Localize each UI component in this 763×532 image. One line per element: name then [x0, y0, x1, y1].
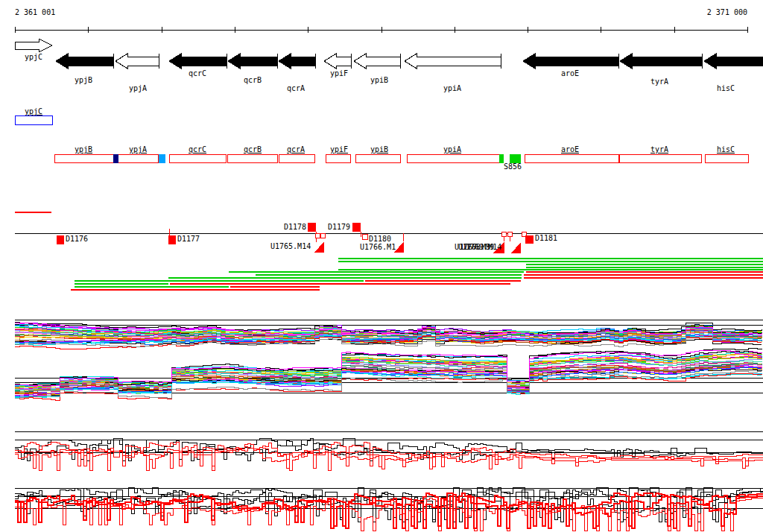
gene-box-label-ypiF: ypiF: [330, 145, 348, 153]
gene-box-label-aroE: aroE: [561, 145, 579, 153]
probe-flag-box[interactable]: [308, 223, 316, 232]
gene-box-ypiF[interactable]: [326, 154, 350, 162]
gene-arrow-label-ypiF: ypiF: [330, 69, 348, 77]
gene-box-marker[interactable]: [510, 154, 520, 162]
probe-flag-box[interactable]: [57, 235, 64, 244]
probe-flag-box[interactable]: [168, 235, 176, 244]
probe-open-box[interactable]: [501, 232, 506, 236]
signal-line: [15, 491, 763, 522]
gene-arrow-label-qcrA: qcrA: [287, 84, 305, 92]
gene-box-label-ypjA: ypjA: [129, 145, 147, 153]
gene-arrow-ypjA[interactable]: [115, 54, 159, 69]
gene-arrow-label-hisC: hisC: [717, 84, 735, 92]
gene-box-label-hisC: hisC: [717, 145, 735, 153]
probe-flag-triangle[interactable]: [314, 241, 324, 253]
gene-box-tyrA[interactable]: [619, 154, 701, 162]
gene-box-label-ypiB: ypiB: [370, 145, 388, 153]
gene-arrow-ypiF[interactable]: [324, 54, 351, 69]
probe-label-D1181: D1181: [535, 234, 557, 242]
left-coordinate-label: 2 361 001: [15, 8, 55, 16]
gene-box-marker[interactable]: [159, 154, 165, 162]
probe-label-D1178: D1178: [284, 223, 306, 231]
probe-flag-box[interactable]: [525, 235, 534, 244]
probe-label-U1769.M14: U1769.M14: [461, 243, 501, 251]
gene-arrow-ypjC[interactable]: [15, 39, 52, 52]
gene-box-label-qcrB: qcrB: [244, 145, 262, 153]
gene-arrow-qcrC[interactable]: [169, 54, 227, 69]
gene-box-label-ypjB: ypjB: [75, 145, 92, 153]
gene-box-qcrA[interactable]: [279, 154, 314, 162]
gene-box-marker[interactable]: [113, 154, 118, 162]
probe-open-box[interactable]: [507, 232, 512, 236]
gene-box-ypiB[interactable]: [355, 154, 400, 162]
probe-open-box[interactable]: [320, 233, 325, 238]
probe-label-D1177: D1177: [177, 235, 200, 243]
gene-arrow-label-ypjA: ypjA: [129, 84, 147, 92]
gene-box-ypjB[interactable]: [54, 154, 113, 162]
signal-line: [15, 495, 763, 528]
gene-box-label-ypiA: ypiA: [443, 145, 461, 153]
gene-box-hisC[interactable]: [705, 154, 748, 162]
right-coordinate-label: 2 371 000: [707, 8, 747, 16]
probe-label-D1176: D1176: [66, 235, 88, 243]
gene-arrow-ypiA[interactable]: [405, 54, 501, 69]
gene-arrow-label-ypjB: ypjB: [75, 76, 92, 84]
gene-arrow-label-qcrC: qcrC: [189, 69, 206, 77]
gene-box-label-qcrA: qcrA: [287, 145, 305, 153]
gene-box-ypiA[interactable]: [407, 154, 503, 162]
genome-browser-canvas: 2 361 001 2 371 000 ypjCypjBypjAqcrCqcrB…: [0, 0, 763, 532]
gene-box-ypjA[interactable]: [118, 154, 158, 162]
site-label-s856: S856: [504, 162, 522, 171]
gene-arrow-tyrA[interactable]: [620, 54, 702, 69]
gene-box-aroE[interactable]: [525, 154, 618, 162]
gene-arrow-label-qcrB: qcrB: [244, 76, 262, 84]
gene-box-qcrB[interactable]: [227, 154, 277, 162]
probe-label-D1179: D1179: [328, 223, 350, 231]
gene-arrow-qcrA[interactable]: [279, 54, 315, 69]
gene-arrow-ypiB[interactable]: [354, 54, 400, 69]
ypjc-feature-label: ypjC: [25, 107, 42, 115]
probe-flag-box[interactable]: [352, 223, 361, 232]
probe-open-box[interactable]: [362, 234, 367, 239]
gene-arrow-label-ypiB: ypiB: [370, 76, 388, 84]
gene-arrow-label-aroE: aroE: [561, 69, 579, 77]
gene-arrow-qcrB[interactable]: [228, 54, 277, 69]
gene-arrow-hisC[interactable]: [704, 54, 763, 69]
probe-label-U1765.M14: U1765.M14: [270, 242, 311, 250]
gene-arrow-ypjB[interactable]: [56, 54, 113, 69]
gene-box-label-qcrC: qcrC: [189, 145, 206, 153]
gene-arrow-label-ypjC: ypjC: [25, 53, 42, 61]
probe-open-box[interactable]: [315, 233, 320, 238]
gene-box-qcrC[interactable]: [169, 154, 226, 162]
probe-label-U1766.M1: U1766.M1: [360, 243, 396, 251]
gene-arrow-label-tyrA: tyrA: [650, 77, 668, 86]
ypjc-feature-box[interactable]: [15, 115, 52, 124]
probe-label-D1180: D1180: [369, 235, 391, 243]
signal-line: [15, 442, 763, 466]
gene-box-label-tyrA: tyrA: [650, 145, 668, 153]
gene-arrow-label-ypiA: ypiA: [443, 84, 461, 92]
gene-arrow-aroE[interactable]: [523, 54, 618, 69]
probe-flag-triangle[interactable]: [511, 242, 521, 253]
gene-box-marker[interactable]: [499, 154, 503, 162]
signal-line: [15, 446, 763, 468]
